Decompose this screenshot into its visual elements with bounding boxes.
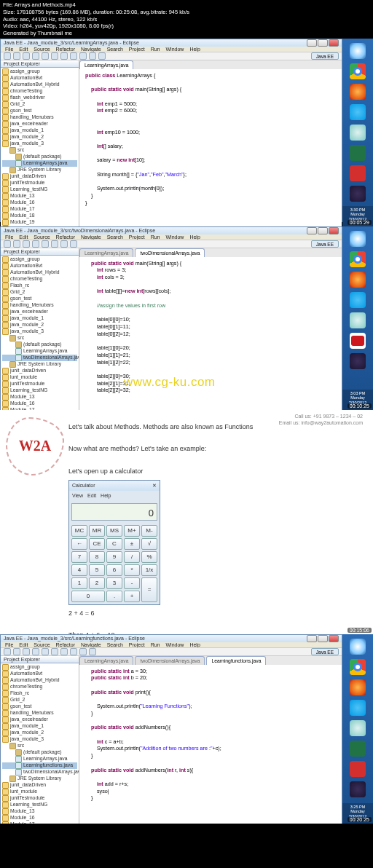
eclipse-icon[interactable] — [350, 353, 366, 369]
window-titlebar: Java EE - Java_module_3/src/LearningArra… — [1, 39, 342, 47]
toolbar-icon[interactable] — [60, 52, 68, 60]
toolbar-icon[interactable] — [4, 52, 11, 60]
control-icon[interactable] — [350, 761, 366, 777]
menubar: FileEditSourceRefactorNavigateSearchProj… — [1, 234, 342, 240]
excel-icon[interactable] — [350, 741, 366, 757]
thumbnail-1: Java EE - Java_module_3/src/LearningArra… — [0, 39, 373, 226]
chrome-icon[interactable] — [350, 251, 366, 267]
thumbnail-3: Call us: +91 9873 – 1234 – 02Email us: i… — [0, 410, 373, 634]
menu-navigate[interactable]: Navigate — [81, 47, 101, 52]
code-editor[interactable]: public static void main(String[] args) {… — [79, 257, 342, 424]
toolbar-icon[interactable] — [42, 52, 49, 60]
ie-icon[interactable] — [350, 700, 366, 716]
recycle-bin-icon[interactable] — [350, 720, 366, 736]
code-editor[interactable]: public class LearningArrays { public sta… — [79, 69, 342, 232]
menu-project[interactable]: Project — [129, 47, 145, 52]
desktop-icons: 3:03 PMMonday7/30/2012 — [342, 226, 373, 410]
project-explorer-tab[interactable]: Project Explorer — [1, 60, 79, 68]
toolbar-icon[interactable] — [79, 52, 87, 60]
menu-edit[interactable]: Edit — [19, 47, 28, 52]
calc-display: 0 — [71, 503, 157, 521]
editor-tabs: LearningArrays.java — [79, 60, 342, 69]
chrome-icon[interactable] — [350, 659, 366, 675]
editor-tab-active[interactable]: Learningfunctions.java — [206, 656, 266, 665]
editor-tab-active[interactable]: LearningArrays.java — [79, 60, 133, 69]
menu-search[interactable]: Search — [107, 47, 123, 52]
close-button[interactable] — [329, 39, 339, 47]
start-orb-icon[interactable] — [350, 43, 366, 59]
menu-help[interactable]: Help — [189, 47, 200, 52]
eclipse-icon[interactable] — [350, 186, 366, 202]
window-titlebar: Java EE - Java_module_3/src/twoDimension… — [1, 227, 342, 234]
video-metadata: File: Arrays and Methods.mp4 Size: 17810… — [0, 0, 373, 39]
firefox-icon[interactable] — [350, 272, 366, 288]
file-selected: LearningArrays.java — [2, 160, 77, 167]
minimize-button[interactable] — [307, 39, 317, 47]
menu-refactor[interactable]: Refactor — [56, 47, 75, 52]
thumbnail-4: Java EE - Java_module_3/src/Learningfunc… — [0, 634, 373, 824]
toolbar-icon[interactable] — [98, 52, 106, 60]
main-toolbar: Java EE — [1, 52, 342, 60]
desktop-icons: 3:25 PMMonday7/30/2012 — [342, 634, 373, 824]
youtube-icon[interactable] — [350, 333, 366, 349]
editor-tab-active[interactable]: twoDimensionalArrays.java — [135, 248, 205, 257]
doc-text: Now what are methods? Let's take an exam… — [68, 443, 363, 454]
toolbar-icon[interactable] — [32, 52, 39, 60]
calc-menu-edit[interactable]: Edit — [87, 492, 96, 500]
calc-key[interactable]: MC — [71, 525, 87, 537]
maximize-button[interactable] — [318, 39, 328, 47]
ie-icon[interactable] — [350, 104, 366, 120]
eclipse-icon[interactable] — [350, 781, 366, 797]
editor-tab[interactable]: LearningArrays.java — [79, 248, 133, 257]
chrome-icon[interactable] — [350, 63, 366, 79]
ie-icon[interactable] — [350, 292, 366, 308]
file-selected: Learningfunctions.java — [2, 762, 77, 769]
control-icon[interactable] — [350, 165, 366, 181]
calc-equals[interactable]: = — [141, 577, 157, 602]
main-toolbar: Java EE — [1, 240, 342, 248]
menu-source[interactable]: Source — [34, 47, 50, 52]
toolbar-icon[interactable] — [89, 52, 96, 60]
recycle-bin-icon[interactable] — [350, 312, 366, 328]
video-timestamp: 00:15:06 — [348, 628, 372, 633]
calc-menu-view[interactable]: View — [72, 492, 83, 500]
excel-icon[interactable] — [350, 145, 366, 161]
video-timestamp: 00:05:29 — [348, 220, 372, 225]
firefox-icon[interactable] — [350, 679, 366, 695]
perspective-javaee[interactable]: Java EE — [311, 52, 339, 60]
file-selected: twoDimensionalArrays.java — [2, 355, 77, 361]
menubar: FileEditSourceRefactorNavigateSearchProj… — [1, 47, 342, 52]
toolbar-icon[interactable] — [23, 52, 30, 60]
calc-keypad: MCMRMSM+M- ←CEC±√ 789/% 456*1/x 123-= 0.… — [69, 523, 160, 604]
firefox-icon[interactable] — [350, 84, 366, 100]
doc-text: 2 + 4 = 6 — [68, 608, 363, 619]
calc-title: Calculator — [72, 481, 95, 490]
calculator-window: Calculator✕ ViewEditHelp 0 MCMRMSM+M- ←C… — [68, 480, 160, 605]
menu-file[interactable]: File — [5, 47, 13, 52]
desktop-icons: 3:30 PMMonday7/30/2012 — [342, 39, 373, 226]
w2a-logo: W2A — [10, 422, 60, 471]
code-editor[interactable]: public static int a = 30; public static … — [79, 665, 342, 824]
contact-info: Call us: +91 9873 – 1234 – 02Email us: i… — [279, 413, 363, 426]
video-timestamp: 00:20:25 — [348, 817, 372, 822]
menu-run[interactable]: Run — [151, 47, 160, 52]
doc-text: Let's open up a calculator — [68, 466, 363, 477]
menu-window[interactable]: Window — [165, 47, 184, 52]
toolbar-icon[interactable] — [51, 52, 58, 60]
calc-menu-help[interactable]: Help — [101, 492, 111, 500]
toolbar-icon[interactable] — [13, 52, 20, 60]
thumbnail-2: Java EE - Java_module_3/src/twoDimension… — [0, 226, 373, 410]
toolbar-icon[interactable] — [70, 52, 77, 60]
recycle-bin-icon[interactable] — [350, 125, 366, 141]
start-orb-icon[interactable] — [350, 639, 366, 655]
start-orb-icon[interactable] — [350, 231, 366, 247]
video-timestamp: 00:10:25 — [348, 403, 372, 409]
